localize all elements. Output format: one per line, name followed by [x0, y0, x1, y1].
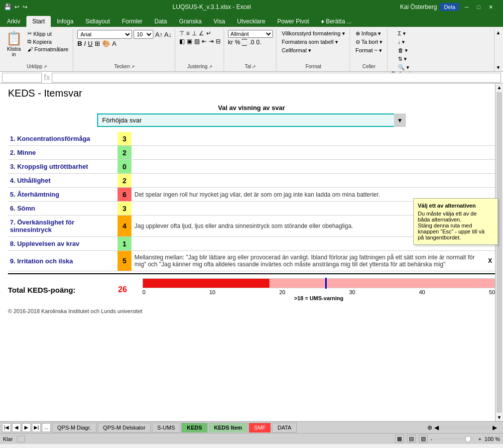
horizontal-scroll-left[interactable]: ◀ — [434, 424, 439, 431]
zoom-out-icon[interactable]: - — [431, 436, 433, 442]
align-top-icon[interactable]: ⊤ — [179, 30, 184, 37]
ribbon-tabs: Arkiv Start Infoga Sidlayout Formler Dat… — [0, 14, 503, 27]
cell-style-button[interactable]: Cellformat ▾ — [280, 47, 313, 54]
format-cell-button[interactable]: Format ~ ▾ — [354, 47, 383, 54]
bold-icon[interactable]: B — [77, 40, 82, 47]
vertical-scrollbar[interactable]: ▲ ▼ — [495, 84, 503, 421]
redo-icon[interactable]: ↪ — [22, 3, 27, 10]
thousands-icon[interactable]: ⁐ — [242, 39, 247, 46]
tab-data[interactable]: Data — [148, 16, 173, 27]
close-button[interactable]: ✕ — [486, 2, 495, 11]
align-bottom-icon[interactable]: ⊥ — [192, 30, 197, 37]
normal-view-icon[interactable]: ▦ — [395, 435, 404, 443]
sheet-tab-qps-m-delskalor[interactable]: QPS-M Delskalor — [98, 423, 151, 433]
item-text — [131, 146, 485, 160]
view-select[interactable]: Förhöjda svar Normala svar — [97, 113, 406, 127]
sheet-add-icon[interactable]: ⊕ — [427, 424, 432, 431]
zoom-slider[interactable] — [435, 438, 475, 441]
clear-button[interactable]: 🗑 ▾ — [396, 47, 409, 54]
tab-next-button[interactable]: ▶ — [22, 423, 31, 432]
formula-bar: fx — [0, 72, 503, 84]
tab-last-button[interactable]: ▶| — [32, 423, 41, 432]
horizontal-scroll-bar[interactable] — [441, 426, 491, 430]
align-middle-icon[interactable]: ≡ — [186, 30, 190, 37]
insert-cell-button[interactable]: ⊕ Infoga ▾ — [354, 30, 383, 37]
wrap-icon[interactable]: ↵ — [206, 30, 211, 37]
fill-color-icon[interactable]: 🎨 — [102, 40, 110, 47]
zoom-in-icon[interactable]: + — [478, 436, 481, 442]
percent-icon[interactable]: % — [235, 39, 241, 46]
italic-icon[interactable]: I — [84, 40, 86, 47]
text-angle-icon[interactable]: ∠ — [199, 30, 204, 37]
item-x-mark[interactable]: X — [485, 251, 495, 271]
tab-infoga[interactable]: Infoga — [51, 16, 79, 27]
sort-button[interactable]: ⇅ ▾ — [396, 55, 408, 63]
sheet-tab-qps-m-diagr.[interactable]: QPS-M Diagr. — [52, 423, 97, 433]
undo-icon[interactable]: ↩ — [14, 3, 19, 10]
sheet-tab-smf[interactable]: SMF — [249, 423, 271, 433]
format-table-button[interactable]: Formatera som tabell ▾ — [280, 38, 340, 46]
score-marker — [325, 278, 327, 289]
number-format-select[interactable]: Allmänt — [228, 30, 273, 38]
font-grow-icon[interactable]: A↑ — [155, 31, 162, 38]
font-size-select[interactable]: 10 — [133, 30, 153, 39]
cut-button[interactable]: ✂Klipp ut — [26, 30, 70, 37]
align-right-icon[interactable]: ▨ — [194, 38, 200, 45]
tab-formler[interactable]: Formler — [116, 16, 148, 27]
indent-dec-icon[interactable]: ⇤ — [202, 38, 207, 45]
decimal-inc-icon[interactable]: .0 — [249, 39, 254, 46]
tab-start[interactable]: Start — [26, 16, 51, 27]
tab-arkiv[interactable]: Arkiv — [1, 16, 26, 27]
minimize-button[interactable]: ─ — [462, 2, 471, 11]
maximize-button[interactable]: □ — [474, 2, 483, 11]
sheet-tab-keds[interactable]: KEDS — [181, 423, 208, 433]
scale-red-segment — [143, 279, 269, 288]
scroll-up-arrow[interactable]: ▲ — [496, 84, 503, 91]
horizontal-scroll-right[interactable]: ▶ — [493, 424, 497, 431]
fill-button[interactable]: ↓ ▾ — [396, 38, 407, 46]
ribbon-scroll-down[interactable]: ▼ — [495, 65, 502, 70]
tab-prev-button[interactable]: ◀ — [12, 423, 21, 432]
indent-inc-icon[interactable]: ⇥ — [209, 38, 214, 45]
sheet-tab-s-ums[interactable]: S-UMS — [152, 423, 180, 433]
scroll-thumb[interactable] — [497, 92, 502, 413]
tab-granska[interactable]: Granska — [173, 16, 207, 27]
currency-icon[interactable]: kr — [228, 39, 233, 46]
delete-cell-button[interactable]: ⊖ Ta bort ▾ — [354, 38, 384, 46]
name-box[interactable] — [2, 73, 42, 83]
page-layout-icon[interactable]: ▤ — [407, 435, 416, 443]
find-button[interactable]: 🔍 ▾ — [396, 64, 411, 71]
copy-button[interactable]: ⧉Kopiera — [26, 38, 70, 45]
tab-visa[interactable]: Visa — [208, 16, 231, 27]
align-left-icon[interactable]: ◧ — [179, 38, 185, 45]
align-center-icon[interactable]: ▣ — [187, 38, 192, 45]
font-shrink-icon[interactable]: A↓ — [164, 31, 172, 38]
zoom-slider-thumb[interactable] — [465, 436, 471, 442]
border-icon[interactable]: ⊞ — [95, 40, 100, 47]
decimal-dec-icon[interactable]: 0. — [256, 39, 261, 46]
tab-powerpivot[interactable]: Power Pivot — [271, 16, 315, 27]
tab-utvecklare[interactable]: Utvecklare — [231, 16, 271, 27]
share-button[interactable]: Dela — [440, 3, 459, 11]
merge-icon[interactable]: ⊟ — [216, 38, 221, 45]
underline-icon[interactable]: U — [88, 40, 92, 47]
ribbon-scroll-up[interactable]: ▲ — [495, 30, 502, 35]
scroll-down-arrow[interactable]: ▼ — [496, 414, 503, 421]
font-family-select[interactable]: Arial — [77, 30, 132, 39]
item-label: 5. Återhämtning — [8, 188, 118, 202]
item-score: 4 — [118, 216, 131, 237]
conditional-format-button[interactable]: Villkorsstyrd formatering ▾ — [280, 30, 347, 37]
save-icon[interactable]: 💾 — [4, 3, 11, 10]
tab-beratta[interactable]: ♦ Berätta ... — [315, 16, 358, 27]
sheet-tab-keds-item[interactable]: KEDS Item — [209, 423, 248, 433]
tab-first-button[interactable]: |◀ — [2, 423, 11, 432]
font-color-icon[interactable]: A — [112, 40, 117, 47]
dropdown-arrow-icon[interactable]: ▼ — [394, 113, 406, 127]
paste-button[interactable]: 📋 Klistrain — [4, 30, 24, 58]
sheet-tab-data[interactable]: DATA — [272, 423, 297, 433]
page-break-icon[interactable]: ▧ — [419, 435, 428, 443]
format-painter-button[interactable]: 🖌Formatmålare — [26, 46, 70, 53]
formula-input[interactable] — [52, 73, 501, 83]
tab-sidlayout[interactable]: Sidlayout — [79, 16, 116, 27]
sum-button[interactable]: Σ ▾ — [396, 30, 407, 37]
